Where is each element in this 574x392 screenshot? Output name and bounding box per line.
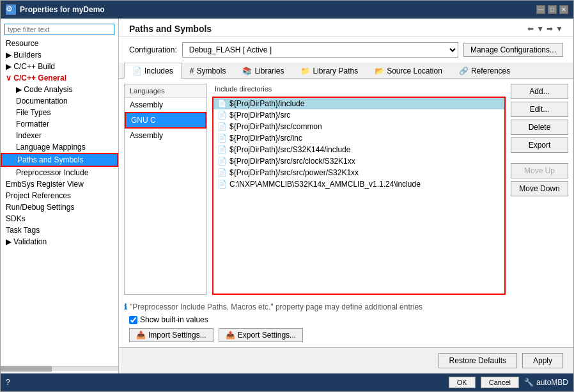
config-select[interactable]: Debug_FLASH [ Active ] — [182, 42, 458, 58]
cancel-button[interactable]: Cancel — [481, 377, 519, 388]
includes-list: 📄 ${ProjDirPath}/include 📄 ${ProjDirPath… — [212, 97, 506, 295]
restore-defaults-button[interactable]: Restore Defaults — [438, 353, 517, 368]
include-path-4: ${ProjDirPath}/src/S32K144/include — [229, 145, 350, 154]
includes-tab-label: Includes — [144, 67, 173, 75]
include-item-0[interactable]: 📄 ${ProjDirPath}/include — [213, 98, 504, 109]
tab-references[interactable]: 🔗 References — [451, 63, 518, 79]
include-file-icon-0: 📄 — [217, 99, 227, 108]
move-down-button[interactable]: Move Down — [511, 181, 568, 196]
export-settings-label: Export Settings... — [238, 331, 296, 340]
references-tab-label: References — [471, 67, 510, 75]
brand-label: 🔧 autoMBD — [524, 378, 568, 387]
sidebar-item-formatter[interactable]: Formatter — [1, 118, 118, 130]
ok-button[interactable]: OK — [449, 377, 476, 388]
include-file-icon-1: 📄 — [217, 111, 227, 120]
sidebar-item-documentation[interactable]: Documentation — [1, 95, 118, 107]
include-item-3[interactable]: 📄 ${ProjDirPath}/src/inc — [213, 132, 504, 144]
sidebar-item-projectrefs[interactable]: Project References — [1, 190, 118, 201]
import-export-row: 📥 Import Settings... 📤 Export Settings..… — [124, 325, 568, 345]
tab-symbols[interactable]: # Symbols — [182, 63, 235, 79]
close-button[interactable]: ✕ — [559, 5, 568, 14]
sidebar-item-builders[interactable]: ▶ Builders — [1, 49, 118, 61]
sidebar-item-ccgeneral[interactable]: ∨ C/C++ General — [1, 72, 118, 84]
sidebar-item-indexer[interactable]: Indexer — [1, 130, 118, 141]
import-settings-button[interactable]: 📥 Import Settings... — [129, 328, 213, 342]
back-arrow-icon[interactable]: ⬅ — [527, 24, 534, 33]
edit-button[interactable]: Edit... — [511, 102, 568, 117]
delete-button[interactable]: Delete — [511, 120, 568, 135]
tab-includes[interactable]: 📄 Includes — [124, 63, 182, 79]
include-item-2[interactable]: 📄 ${ProjDirPath}/src/common — [213, 121, 504, 132]
sidebar-item-languagemappings[interactable]: Language Mappings — [1, 141, 118, 153]
tab-sourcelocation[interactable]: 📂 Source Location — [366, 63, 451, 79]
brand-text: autoMBD — [536, 378, 568, 387]
config-label: Configuration: — [129, 45, 177, 54]
include-item-6[interactable]: 📄 ${ProjDirPath}/src/src/power/S32K1xx — [213, 167, 504, 178]
show-builtin-label: Show built-in values — [140, 315, 208, 324]
sidebar-item-resource[interactable]: Resource — [1, 38, 118, 49]
sidebar-item-pathssymbols[interactable]: Paths and Symbols — [1, 153, 118, 167]
footer: Restore Defaults Apply — [119, 347, 573, 373]
sidebar-item-embsys[interactable]: EmbSys Register View — [1, 178, 118, 190]
add-button[interactable]: Add... — [511, 84, 568, 99]
export-button[interactable]: Export — [511, 137, 568, 153]
minimize-button[interactable]: — — [536, 5, 545, 14]
tab-libraries[interactable]: 📚 Libraries — [234, 63, 292, 79]
include-item-4[interactable]: 📄 ${ProjDirPath}/src/S32K144/include — [213, 144, 504, 155]
sidebar-item-ccbuild[interactable]: ▶ C/C++ Build — [1, 61, 118, 72]
import-icon: 📥 — [136, 331, 146, 340]
sidebar-item-codeanalysis[interactable]: ▶ Code Analysis — [1, 84, 118, 95]
window-title: Properties for myDemo — [20, 5, 536, 14]
info-row: ℹ "Preprocessor Include Paths, Macros et… — [124, 302, 568, 311]
include-item-5[interactable]: 📄 ${ProjDirPath}/src/src/clock/S32K1xx — [213, 155, 504, 167]
export-settings-icon: 📤 — [226, 331, 235, 340]
move-up-button[interactable]: Move Up — [511, 163, 568, 178]
languages-header: Languages — [125, 84, 206, 98]
references-tab-icon: 🔗 — [459, 67, 469, 75]
forward-dropdown-icon[interactable]: ▼ — [555, 24, 563, 33]
tab-librarypaths[interactable]: 📁 Library Paths — [292, 63, 366, 79]
sidebar-item-rundebug[interactable]: Run/Debug Settings — [1, 201, 118, 213]
include-path-2: ${ProjDirPath}/src/common — [229, 122, 322, 131]
main-content: Resource ▶ Builders ▶ C/C++ Build ∨ C/C+… — [1, 19, 573, 373]
apply-button[interactable]: Apply — [522, 353, 563, 368]
help-icon[interactable]: ? — [6, 378, 10, 387]
filter-input[interactable] — [4, 24, 114, 35]
window-icon: ⚙ — [6, 4, 16, 15]
tabs-bar: 📄 Includes # Symbols 📚 Libraries 📁 Libra… — [119, 63, 573, 79]
manage-configurations-button[interactable]: Manage Configurations... — [463, 43, 563, 57]
lang-item-gnuc[interactable]: GNU C — [125, 112, 206, 129]
include-path-5: ${ProjDirPath}/src/src/clock/S32K1xx — [229, 157, 355, 166]
include-item-1[interactable]: 📄 ${ProjDirPath}/src — [213, 109, 504, 121]
librarypaths-tab-label: Library Paths — [313, 67, 358, 75]
forward-arrow-icon[interactable]: ➡ — [547, 24, 553, 33]
nav-arrows: ⬅ ▼ ➡ ▼ — [527, 24, 563, 33]
include-path-3: ${ProjDirPath}/src/inc — [229, 134, 302, 143]
sidebar-item-sdks[interactable]: SDKs — [1, 213, 118, 224]
include-file-icon-7: 📄 — [217, 180, 227, 189]
librarypaths-tab-icon: 📁 — [300, 67, 310, 75]
includes-pane: Include directories 📄 ${ProjDirPath}/inc… — [212, 84, 506, 295]
sidebar-item-preprocessor[interactable]: Preprocessor Include — [1, 167, 118, 178]
sidebar-item-filetypes[interactable]: File Types — [1, 107, 118, 118]
sidebar-item-validation[interactable]: ▶ Validation — [1, 236, 118, 247]
libraries-tab-label: Libraries — [254, 67, 284, 75]
lang-item-assembly2[interactable]: Assembly — [125, 129, 206, 143]
export-settings-button[interactable]: 📤 Export Settings... — [219, 328, 303, 342]
panel-title: Paths and Symbols — [129, 24, 212, 34]
sidebar-item-tasktags[interactable]: Task Tags — [1, 224, 118, 236]
maximize-button[interactable]: □ — [548, 5, 557, 14]
include-file-icon-3: 📄 — [217, 134, 227, 143]
lang-item-assembly1[interactable]: Assembly — [125, 98, 206, 112]
panel-header: Paths and Symbols ⬅ ▼ ➡ ▼ — [119, 19, 573, 37]
window-controls: — □ ✕ — [536, 5, 568, 14]
sourcelocation-tab-label: Source Location — [387, 67, 442, 75]
right-panel: Paths and Symbols ⬅ ▼ ➡ ▼ Configuration:… — [119, 19, 573, 373]
show-builtin-checkbox[interactable] — [129, 316, 137, 324]
include-item-7[interactable]: 📄 C:\NXP\AMMCLIB\S32K14x_AMMCLIB_v1.1.24… — [213, 178, 504, 190]
content-area: Languages Assembly GNU C Assembly Includ… — [119, 79, 573, 300]
sidebar-scrollbar[interactable] — [1, 366, 118, 371]
symbols-tab-icon: # — [190, 67, 194, 75]
dropdown-arrow-icon[interactable]: ▼ — [536, 24, 544, 33]
symbols-tab-label: Symbols — [196, 67, 226, 75]
